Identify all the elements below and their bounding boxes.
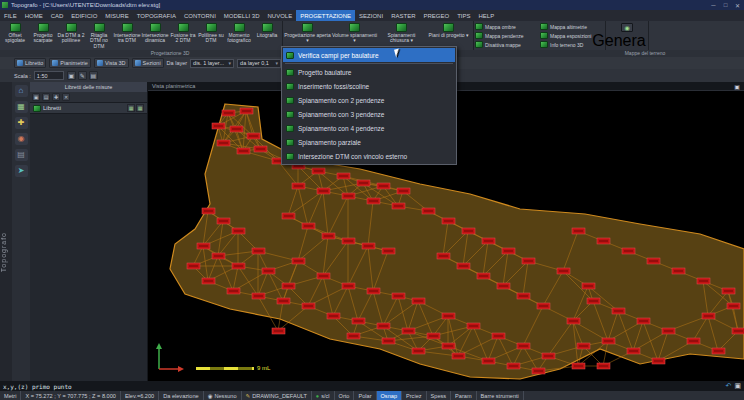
dtm-tool-icon bbox=[10, 23, 21, 32]
view-toggle-pianimetrie[interactable]: Pianimetrie bbox=[49, 58, 91, 68]
tree-action-icon-0[interactable]: ▦ bbox=[127, 104, 135, 112]
ribbon-tool-polilinee-su-dtm[interactable]: Polilinee su DTM bbox=[197, 22, 225, 49]
menu-item-topografia[interactable]: TOPOGRAFIA bbox=[133, 10, 180, 21]
book-icon bbox=[33, 105, 41, 112]
menu-option-icon bbox=[286, 111, 294, 118]
status-toggle-prciez[interactable]: Prciez bbox=[402, 391, 427, 400]
map-tool-disattiva-mappe[interactable]: Disattiva mappe bbox=[475, 40, 539, 49]
ribbon-dropdown-tool-volume-spianamenti[interactable]: Volume spianamenti ▾ bbox=[331, 22, 378, 49]
list-icon[interactable]: ▤ bbox=[15, 149, 28, 161]
ribbon-tool-litografia[interactable]: Litografia bbox=[253, 22, 281, 49]
status-toggle-param[interactable]: Param bbox=[451, 391, 476, 400]
group-label-right: Mappe del terreno bbox=[580, 50, 710, 56]
drawing-indicator[interactable]: ✎DRAWING_DEFAULT bbox=[242, 391, 312, 400]
layer-indicator-icon: ● bbox=[316, 393, 319, 399]
toolbar-icon-0[interactable]: ▣ bbox=[67, 71, 76, 80]
menu-option-verifica-campi-per-baulature[interactable]: Verifica campi per baulature bbox=[283, 48, 455, 62]
ribbon-tool-label: Offset spigolate bbox=[1, 33, 29, 44]
view-toggle-label: Vista 3D bbox=[105, 60, 126, 66]
indicator-label: s/cl bbox=[321, 393, 329, 399]
ribbon-tool-offset-spigolate[interactable]: Offset spigolate bbox=[1, 22, 29, 49]
ribbon-tool-fusione-tra-2-dtm[interactable]: Fusione tra 2 DTM bbox=[169, 22, 197, 49]
menu-item-modelli-3d[interactable]: MODELLI 3D bbox=[220, 10, 264, 21]
status-toggle-osnap[interactable]: Osnap bbox=[377, 391, 402, 400]
ribbon-tool-ritaglia-dtm-no-dtm[interactable]: Ritaglia DTM no DTM bbox=[85, 22, 113, 49]
menu-item-contorni[interactable]: CONTORNI bbox=[180, 10, 220, 21]
command-prompt-input[interactable]: x,y,(z) primo punto bbox=[3, 383, 723, 390]
tree-action-icon-1[interactable]: ▦ bbox=[136, 104, 144, 112]
view-icon bbox=[135, 60, 141, 66]
vertical-app-strip: Topografo bbox=[0, 82, 12, 381]
ribbon-dropdown-tool-piani-di-progetto[interactable]: Piani di progetto ▾ bbox=[425, 22, 472, 49]
grid-icon[interactable]: ▣ bbox=[734, 381, 741, 391]
ribbon-tool-intersezione-dinamica[interactable]: Intersezione dinamica bbox=[141, 22, 169, 49]
panel-tool-icon-0[interactable]: ▣ bbox=[32, 93, 40, 101]
target-icon[interactable]: ◉ bbox=[15, 133, 28, 145]
ribbon-tool-da-dtm-a-2-polilinee[interactable]: Da DTM a 2 polilinee bbox=[57, 22, 85, 49]
ribbon-tool-label: Progettazione aperta ▾ bbox=[284, 33, 331, 44]
menu-option-progetto-baulature[interactable]: Progetto baulature bbox=[283, 65, 455, 79]
scale-input[interactable]: 1:50 bbox=[34, 71, 64, 80]
elevation-combo[interactable]: da layer 0,1 bbox=[237, 59, 281, 68]
status-toggle-spess[interactable]: Spess bbox=[427, 391, 452, 400]
menu-item-raster[interactable]: RASTER bbox=[387, 10, 419, 21]
menu-option-spianamento-con-3-pendenze[interactable]: Spianamento con 3 pendenze bbox=[283, 107, 455, 121]
view-toggle-vista-3d[interactable]: Vista 3D bbox=[94, 58, 129, 68]
maximize-view-icon[interactable]: ▣ bbox=[734, 83, 740, 90]
menu-option-spianamento-parziale[interactable]: Spianamento parziale bbox=[283, 135, 455, 149]
menu-option-spianamento-con-2-pendenze[interactable]: Spianamento con 2 pendenze bbox=[283, 93, 455, 107]
menu-option-spianamento-con-4-pendenze[interactable]: Spianamento con 4 pendenze bbox=[283, 121, 455, 135]
menu-item-tips[interactable]: TIPS bbox=[453, 10, 474, 21]
panel-tool-icon-2[interactable]: ✚ bbox=[52, 93, 60, 101]
ribbon-tool-intersezione-tra-dtm[interactable]: Intersezione tra DTM bbox=[113, 22, 141, 49]
layers-icon[interactable]: ▦ bbox=[15, 101, 28, 113]
layer-combo[interactable]: dis. 1 layer... bbox=[190, 59, 234, 68]
home-icon[interactable]: ⌂ bbox=[15, 85, 28, 97]
menu-item-file[interactable]: FILE bbox=[0, 10, 21, 21]
menu-item-sezioni[interactable]: SEZIONI bbox=[355, 10, 387, 21]
menu-item-home[interactable]: HOME bbox=[21, 10, 47, 21]
ribbon-dropdown-tool-spianamenti-chiusura[interactable]: Spianamenti chiusura ▾ bbox=[378, 22, 425, 49]
tree-item-libretti[interactable]: Libretti ▦▦ bbox=[30, 103, 147, 114]
menu-option-inserimento-fossi-scoline[interactable]: Inserimento fossi/scoline bbox=[283, 79, 455, 93]
dtm-tool-icon bbox=[396, 23, 407, 32]
toolbar-icon-1[interactable]: ✎ bbox=[78, 71, 87, 80]
panel-toolbar: ▣▤✚✕ bbox=[30, 92, 147, 103]
ribbon-tool-progetto-scarpate[interactable]: Progetto scarpate bbox=[29, 22, 57, 49]
run-icon[interactable]: ➤ bbox=[15, 165, 28, 177]
menu-item-progettazione[interactable]: PROGETTAZIONE bbox=[296, 10, 355, 21]
map-tool-icon bbox=[475, 41, 483, 48]
maximize-button[interactable]: □ bbox=[721, 2, 730, 9]
menu-item-pregeo[interactable]: PREGEO bbox=[419, 10, 453, 21]
ribbon-dropdown-tool-progettazione-aperta[interactable]: Progettazione aperta ▾ bbox=[284, 22, 331, 49]
toolbar-icon-2[interactable]: ▤ bbox=[89, 71, 98, 80]
view-toggle-sezioni[interactable]: Sezioni bbox=[132, 58, 164, 68]
map-tool-mappa-pendenze[interactable]: Mappa pendenze bbox=[475, 31, 539, 40]
menu-item-help[interactable]: HELP bbox=[475, 10, 499, 21]
minimize-button[interactable]: ─ bbox=[709, 2, 718, 9]
view-tab-label[interactable]: Vista planimetrica bbox=[152, 83, 195, 89]
menu-item-edificio[interactable]: EDIFICIO bbox=[67, 10, 101, 21]
menu-item-cad[interactable]: CAD bbox=[47, 10, 68, 21]
close-button[interactable]: ✕ bbox=[733, 2, 742, 9]
ribbon-group-capture: ◉ Genera immagine bbox=[606, 21, 649, 50]
map-tool-mappa-altimetrie[interactable]: Mappa altimetrie bbox=[540, 22, 604, 31]
generate-image-button[interactable]: ◉ Genera immagine bbox=[607, 22, 647, 49]
add-icon[interactable]: ✚ bbox=[15, 117, 28, 129]
drawing-indicator-icon: ✎ bbox=[246, 393, 251, 399]
menu-item-misure[interactable]: MISURE bbox=[101, 10, 132, 21]
status-toggle-barre-strumenti[interactable]: Barre strumenti bbox=[477, 391, 524, 400]
panel-tool-icon-3[interactable]: ✕ bbox=[62, 93, 70, 101]
menu-option-intersezione-dtm-con-vincolo-esterno[interactable]: Intersezione DTM con vincolo esterno bbox=[283, 149, 455, 163]
ribbon-tool-momento-fotografico[interactable]: Momento fotografico bbox=[225, 22, 253, 49]
status-toggle-polar[interactable]: Polar bbox=[354, 391, 376, 400]
panel-tool-icon-1[interactable]: ▤ bbox=[42, 93, 50, 101]
menu-option-label: Spianamento con 2 pendenze bbox=[298, 97, 384, 104]
view-toggle-libretto[interactable]: Libretto bbox=[14, 58, 46, 68]
map-tool-mappa-ombre[interactable]: Mappa ombre bbox=[475, 22, 539, 31]
style-indicator[interactable]: ◉Nessuno bbox=[204, 391, 242, 400]
menu-item-nuvole[interactable]: NUVOLE bbox=[264, 10, 297, 21]
status-toggle-orto[interactable]: Orto bbox=[335, 391, 355, 400]
undo-icon[interactable]: ↶ bbox=[726, 381, 732, 391]
layer-indicator[interactable]: ●s/cl bbox=[312, 391, 335, 400]
